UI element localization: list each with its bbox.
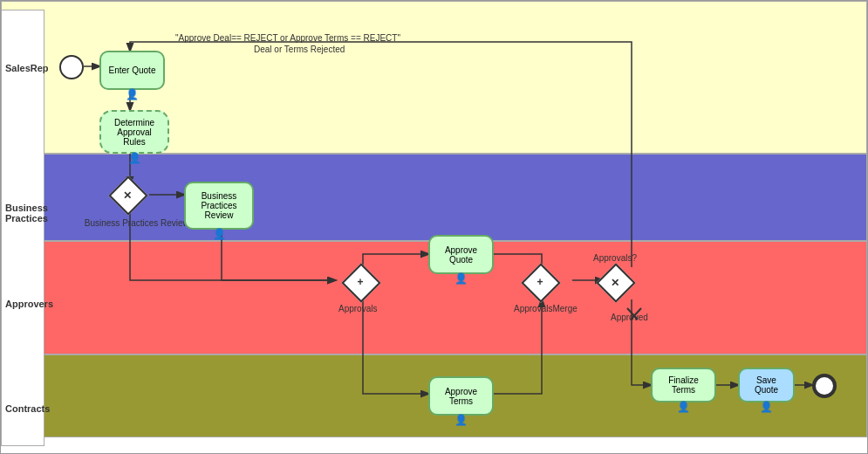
determine-approval-task[interactable]: Determine Approval Rules 👤 [99, 110, 169, 154]
label-contracts: Contracts [5, 403, 50, 414]
person-icon-biz: 👤 [213, 228, 226, 240]
biz-practices-review-task[interactable]: Business Practices Review 👤 [184, 182, 254, 230]
person-icon-approve-quote: 👤 [455, 272, 468, 285]
person-icon-enter-quote: 👤 [126, 88, 139, 100]
enter-quote-task[interactable]: Enter Quote 👤 [99, 51, 165, 90]
bpmn-diagram: SalesRep BusinessPractices Approvers Con… [0, 0, 868, 454]
approvals-merge-label: ApprovalsMerge [514, 304, 578, 313]
approvals-label: Approvals [338, 304, 377, 313]
approve-terms-task[interactable]: Approve Terms 👤 [428, 376, 494, 416]
approvals-question-label: Approvals? [593, 253, 637, 263]
start-event[interactable] [59, 55, 84, 79]
label-bizpractices: BusinessPractices [5, 203, 48, 224]
lane-outer: SalesRep BusinessPractices Approvers Con… [1, 10, 44, 446]
label-approvers: Approvers [5, 299, 53, 309]
approved-label: Approved [611, 313, 648, 322]
save-quote-task[interactable]: Save Quote 👤 [738, 368, 795, 402]
end-event[interactable] [812, 374, 837, 398]
person-icon-save: 👤 [760, 401, 773, 413]
person-icon-determine: 👤 [128, 152, 141, 164]
deal-rejected-annotation: Deal or Terms Rejected [254, 45, 345, 54]
finalize-terms-task[interactable]: Finalize Terms 👤 [651, 368, 716, 402]
label-salesrep: SalesRep [5, 63, 49, 73]
approve-quote-task[interactable]: Approve Quote 👤 [428, 235, 494, 274]
person-icon-finalize: 👤 [677, 401, 690, 413]
biz-practices-review-label: Business Practices Review ? [79, 218, 202, 228]
reject-condition-annotation: "Approve Deal== REJECT or Approve Terms … [175, 33, 400, 43]
person-icon-approve-terms: 👤 [455, 414, 468, 426]
